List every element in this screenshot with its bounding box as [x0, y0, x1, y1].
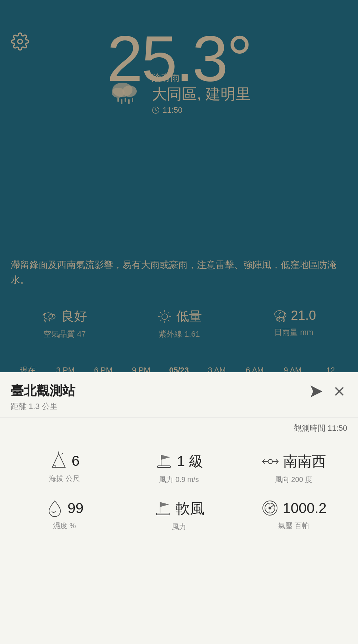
svg-line-26 [160, 320, 161, 321]
svg-line-90 [270, 505, 274, 508]
rain-value: 21.0 [291, 308, 316, 323]
svg-point-2 [122, 86, 137, 97]
humidity-stat: 99 濕度 % [7, 492, 122, 539]
wind-direction-icon [261, 452, 280, 471]
uv-value: 紫外線 1.61 [159, 329, 200, 340]
humidity-label: 濕度 % [53, 521, 76, 531]
air-quality-value: 空氣品質 47 [43, 329, 86, 340]
clock-icon [152, 106, 160, 114]
pressure-value: 1000.2 [283, 500, 326, 516]
uv-icon [157, 309, 173, 325]
svg-point-18 [162, 314, 168, 319]
air-quality-stat: 良好 空氣品質 47 [42, 308, 87, 340]
pressure-icon [261, 499, 279, 517]
air-quality-label: 良好 [61, 308, 87, 325]
panel-header: 臺北觀測站 距離 1.3 公里 [0, 372, 358, 412]
weather-time: 11:50 [163, 106, 182, 115]
uv-label: 低量 [176, 308, 202, 325]
svg-point-3 [112, 88, 125, 98]
svg-line-74 [62, 453, 63, 454]
svg-rect-8 [132, 98, 133, 102]
rain-stat: 21.0 日雨量 mm [272, 308, 316, 338]
svg-rect-81 [156, 513, 169, 515]
station-stats-grid: 6 海拔 公尺 1 級 風力 0.9 m/s [0, 434, 358, 539]
svg-point-78 [268, 459, 272, 464]
svg-point-10 [44, 313, 53, 319]
humidity-value: 99 [68, 500, 84, 516]
humidity-icon [45, 499, 64, 517]
svg-line-12 [44, 319, 45, 322]
location-name: 大同區, 建明里 [152, 84, 250, 104]
altitude-stat: 6 海拔 公尺 [7, 444, 122, 492]
pressure-label: 氣壓 百帕 [278, 521, 309, 531]
svg-line-14 [49, 319, 50, 322]
svg-point-17 [44, 313, 45, 314]
time-row: 11:50 [152, 106, 250, 115]
weather-stats: 良好 空氣品質 47 低量 紫外線 1.61 [0, 308, 358, 340]
svg-rect-29 [277, 318, 278, 321]
wind-direction-value: 南南西 [283, 452, 326, 471]
svg-rect-6 [125, 98, 126, 102]
svg-rect-75 [53, 466, 56, 467]
wind-type-value: 軟風 [176, 499, 204, 518]
station-distance: 距離 1.3 公里 [11, 401, 309, 412]
uv-stat: 低量 紫外線 1.61 [157, 308, 202, 340]
mountain-icon [49, 452, 68, 470]
svg-rect-32 [283, 318, 284, 322]
svg-rect-31 [281, 318, 282, 321]
wind-type-label: 風力 [172, 522, 186, 532]
svg-point-0 [18, 39, 23, 44]
svg-rect-30 [279, 318, 280, 322]
settings-icon[interactable] [11, 32, 29, 51]
location-info: 陰有雨 大同區, 建明里 11:50 [152, 72, 250, 115]
weather-header: 陰有雨 大同區, 建明里 11:50 [0, 72, 358, 118]
pressure-stat: 1000.2 氣壓 百帕 [236, 492, 351, 539]
rain-icon [272, 308, 287, 323]
rain-label: 日雨量 mm [274, 327, 313, 338]
bottom-panel: 臺北觀測站 距離 1.3 公里 觀測時間 11:50 [0, 372, 358, 644]
wind-type-stat: 軟風 風力 [122, 492, 236, 539]
wind-direction-label: 風向 200 度 [275, 475, 312, 484]
svg-marker-72 [52, 454, 65, 467]
altitude-value: 6 [72, 453, 79, 469]
station-info: 臺北觀測站 距離 1.3 公里 [11, 382, 309, 412]
air-quality-icon [42, 309, 58, 325]
navigation-icon [309, 384, 324, 399]
station-name: 臺北觀測站 [11, 382, 309, 400]
navigation-button[interactable] [309, 384, 324, 399]
svg-rect-7 [128, 99, 130, 104]
altitude-label: 海拔 公尺 [49, 474, 80, 483]
close-button[interactable] [332, 384, 347, 399]
wind-flag2-icon [154, 499, 172, 518]
svg-line-24 [168, 320, 169, 321]
svg-marker-69 [311, 386, 323, 397]
panel-actions [309, 382, 347, 399]
svg-line-13 [45, 319, 46, 322]
close-icon [332, 384, 347, 399]
svg-rect-76 [158, 466, 170, 468]
wind-level-stat: 1 級 風力 0.9 m/s [122, 444, 236, 492]
svg-line-23 [160, 312, 161, 313]
svg-rect-5 [121, 99, 122, 104]
wind-direction-stat: 南南西 風向 200 度 [236, 444, 351, 492]
wind-level-value: 1 級 [177, 452, 203, 471]
weather-section: 陰有雨 大同區, 建明里 11:50 25.3° 滯留鋒面及西南氣流影響，易有大… [0, 21, 358, 401]
svg-rect-4 [117, 98, 119, 102]
wind-flag-icon [155, 452, 173, 471]
weather-description: 滯留鋒面及西南氣流影響，易有大雨或豪雨，注意雷擊、強陣風，低窪地區防淹水。 [11, 258, 347, 287]
observation-time: 觀測時間 11:50 [0, 418, 358, 434]
wind-level-label: 風力 0.9 m/s [159, 475, 199, 484]
svg-line-25 [168, 312, 169, 313]
svg-point-16 [54, 314, 55, 315]
svg-point-15 [43, 314, 44, 316]
condition-text: 陰有雨 [152, 72, 250, 84]
rain-cloud-icon [107, 79, 143, 108]
